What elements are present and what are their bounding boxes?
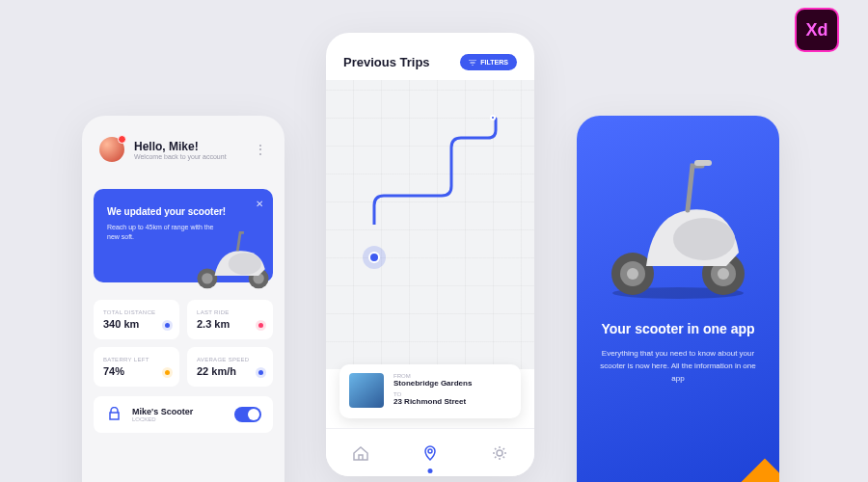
dot-icon	[258, 370, 263, 375]
filters-label: FILTERS	[480, 59, 508, 66]
xd-label: Xd	[805, 20, 827, 40]
filters-button[interactable]: FILTERS	[460, 54, 517, 70]
location-icon	[421, 444, 439, 462]
svg-point-1	[202, 273, 212, 283]
trip-info: FROM Stonebridge Gardens TO 23 Richmond …	[393, 373, 511, 410]
scooter-illustration-small	[187, 225, 279, 290]
trips-title: Previous Trips	[343, 55, 430, 69]
svg-point-6	[497, 450, 502, 456]
stat-label: LAST RIDE	[197, 309, 263, 315]
lock-icon	[105, 406, 122, 423]
stat-label: AVERAGE SPEED	[197, 357, 263, 362]
stat-value: 2.3 km	[197, 318, 263, 330]
nav-home[interactable]	[350, 442, 371, 464]
stat-battery[interactable]: BATERRY LEFT 74%	[94, 347, 179, 387]
scooter-illustration-large	[596, 150, 760, 300]
onboard-body: Everything that you need to know about y…	[596, 348, 760, 385]
nav-settings[interactable]	[489, 442, 510, 464]
more-icon[interactable]: ⋮	[255, 143, 267, 156]
stat-value: 340 km	[103, 318, 170, 330]
stat-total-distance[interactable]: TOTAL DISTANCE 340 km	[94, 300, 179, 339]
onboard-headline: Your scooter in one app	[596, 321, 760, 336]
current-location-marker	[363, 246, 386, 269]
svg-rect-15	[694, 160, 712, 166]
route-line	[326, 80, 534, 225]
screen-trips: Previous Trips FILTERS FROM Stonebridge …	[326, 33, 534, 476]
svg-point-14	[673, 218, 735, 260]
home-header: Hello, Mike! Welcome back to your accoun…	[82, 116, 285, 172]
banner-title: We updated your scooter!	[107, 206, 259, 217]
svg-point-5	[428, 449, 432, 453]
bottom-nav	[326, 428, 534, 476]
lock-toggle[interactable]	[234, 407, 261, 422]
trip-thumbnail	[349, 373, 384, 408]
nav-trips[interactable]	[420, 442, 441, 464]
to-value: 23 Richmond Street	[393, 397, 511, 406]
device-text: Mike's Scooter LOCKED	[132, 407, 193, 422]
trip-card[interactable]: FROM Stonebridge Gardens TO 23 Richmond …	[339, 364, 521, 418]
svg-point-13	[718, 268, 729, 280]
trips-header: Previous Trips FILTERS	[326, 33, 534, 80]
close-icon[interactable]: ✕	[256, 199, 263, 209]
destination-marker	[490, 115, 496, 120]
screen-home: Hello, Mike! Welcome back to your accoun…	[82, 116, 285, 482]
stat-value: 74%	[103, 365, 170, 377]
gear-icon	[491, 444, 508, 462]
svg-point-10	[627, 268, 638, 280]
dot-icon	[258, 323, 263, 328]
stat-last-ride[interactable]: LAST RIDE 2.3 km	[187, 300, 273, 339]
avatar[interactable]	[99, 137, 124, 162]
stat-label: TOTAL DISTANCE	[103, 309, 170, 315]
from-value: Stonebridge Gardens	[393, 379, 511, 388]
greeting-subtitle: Welcome back to your account	[134, 153, 227, 160]
dot-icon	[165, 370, 170, 375]
greeting-title: Hello, Mike!	[134, 140, 227, 153]
stat-avg-speed[interactable]: AVERAGE SPEED 22 km/h	[187, 347, 273, 387]
stats-grid: TOTAL DISTANCE 340 km LAST RIDE 2.3 km B…	[82, 282, 285, 387]
adobe-xd-badge: Xd	[795, 8, 839, 52]
svg-point-4	[229, 253, 261, 275]
filter-icon	[469, 60, 476, 66]
home-icon	[352, 444, 369, 462]
screen-onboarding: Your scooter in one app Everything that …	[577, 116, 779, 482]
device-card[interactable]: Mike's Scooter LOCKED	[94, 396, 273, 433]
map-view[interactable]	[326, 80, 534, 369]
stat-value: 22 km/h	[197, 365, 263, 377]
dot-icon	[165, 323, 170, 328]
update-banner: ✕ We updated your scooter! Reach up to 4…	[94, 189, 273, 282]
corner-decoration	[718, 459, 779, 482]
stat-label: BATERRY LEFT	[103, 357, 170, 362]
greeting: Hello, Mike! Welcome back to your accoun…	[134, 140, 227, 160]
device-status: LOCKED	[132, 416, 193, 422]
device-name: Mike's Scooter	[132, 407, 193, 416]
